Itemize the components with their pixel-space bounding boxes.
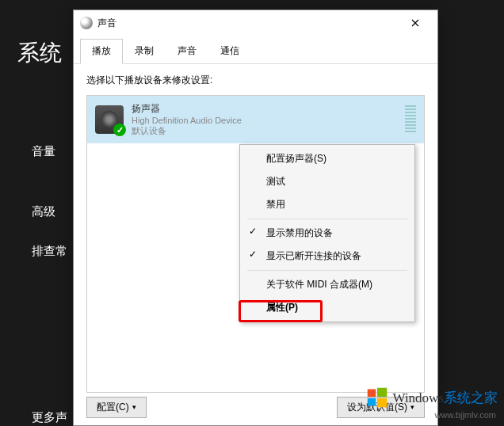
menu-properties[interactable]: 属性(P): [242, 296, 412, 319]
close-button[interactable]: [399, 12, 431, 34]
chevron-down-icon: ▾: [132, 403, 136, 411]
check-icon: ✓: [249, 226, 257, 237]
menu-separator: [247, 219, 407, 219]
svg-rect-2: [367, 398, 376, 406]
sidebar-item-troubleshoot[interactable]: 排查常: [32, 244, 67, 259]
sidebar-item-advanced[interactable]: 高级: [32, 204, 55, 219]
menu-configure-speakers[interactable]: 配置扬声器(S): [242, 147, 412, 170]
menu-test[interactable]: 测试: [242, 170, 412, 193]
menu-show-disconnected[interactable]: ✓显示已断开连接的设备: [242, 245, 412, 268]
settings-page-title: 系统: [17, 38, 62, 68]
configure-button[interactable]: 配置(C)▾: [86, 397, 147, 418]
level-meter: [405, 105, 416, 134]
titlebar[interactable]: 声音: [74, 10, 437, 36]
sidebar-item-more-sound[interactable]: 更多声: [32, 410, 67, 425]
context-menu: 配置扬声器(S) 测试 禁用 ✓显示禁用的设备 ✓显示已断开连接的设备 关于软件…: [239, 144, 415, 322]
svg-rect-0: [367, 390, 376, 397]
device-description: High Definition Audio Device: [132, 116, 405, 125]
svg-rect-1: [377, 388, 387, 397]
watermark-brand: Windows系统之家: [393, 389, 498, 407]
device-text: 扬声器 High Definition Audio Device 默认设备: [132, 102, 405, 137]
device-icon-wrap: ✓: [95, 105, 124, 134]
windows-logo-icon: [366, 386, 388, 409]
sidebar-item-volume[interactable]: 音量: [32, 144, 55, 159]
menu-separator: [247, 270, 407, 271]
desktop-edge: [447, 0, 504, 426]
watermark-url: www.bjjmlv.com: [435, 410, 496, 420]
tab-sounds[interactable]: 声音: [166, 39, 208, 63]
default-check-icon: ✓: [113, 124, 126, 136]
tab-strip: 播放 录制 声音 通信: [74, 36, 437, 64]
device-name: 扬声器: [132, 102, 405, 116]
menu-disable[interactable]: 禁用: [242, 193, 412, 216]
menu-show-disabled[interactable]: ✓显示禁用的设备: [242, 222, 412, 245]
device-status: 默认设备: [132, 125, 405, 137]
check-icon: ✓: [249, 249, 257, 260]
sound-icon: [80, 17, 93, 29]
tab-recording[interactable]: 录制: [123, 39, 166, 63]
watermark: Windows系统之家: [366, 386, 498, 409]
svg-rect-3: [377, 398, 387, 407]
tab-communications[interactable]: 通信: [208, 39, 251, 63]
close-icon: [411, 19, 419, 27]
tab-playback[interactable]: 播放: [80, 39, 123, 64]
instruction-text: 选择以下播放设备来修改设置:: [86, 74, 425, 87]
dialog-title: 声音: [97, 17, 399, 30]
device-item-speakers[interactable]: ✓ 扬声器 High Definition Audio Device 默认设备: [87, 96, 424, 143]
menu-about-midi[interactable]: 关于软件 MIDI 合成器(M): [242, 273, 412, 296]
